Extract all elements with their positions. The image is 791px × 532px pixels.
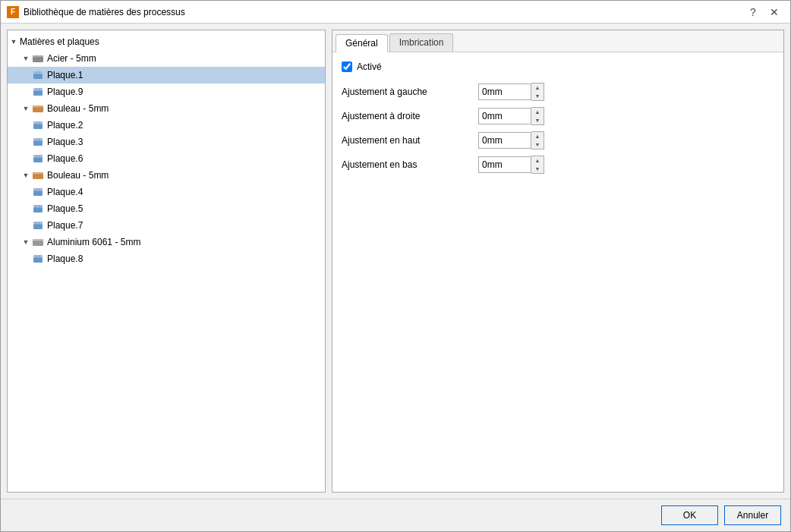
window-title: Bibliothèque de matières des processus	[24, 7, 743, 17]
svg-rect-45	[33, 222, 43, 225]
group3-label: Bouleau - 5mm	[47, 170, 109, 181]
field-row-gauche: Ajustement à gauche ▲ ▼	[342, 83, 774, 101]
input-gauche[interactable]	[478, 83, 531, 100]
svg-rect-40	[33, 205, 43, 208]
ok-button[interactable]: OK	[661, 505, 718, 525]
plaque-icon-9	[32, 86, 44, 98]
spinner-down-bas[interactable]: ▼	[531, 165, 544, 173]
field-row-bas: Ajustement en bas ▲ ▼	[342, 156, 774, 174]
svg-rect-1	[33, 55, 43, 58]
plaque8-label: Plaque.8	[47, 253, 83, 264]
tree-item-plaque5[interactable]: Plaque.5	[8, 200, 325, 217]
active-checkbox[interactable]	[342, 61, 352, 72]
material-icon-3	[32, 169, 44, 181]
plaque3-label: Plaque.3	[47, 137, 83, 147]
plaque-icon	[32, 69, 44, 81]
spinner-down-droite[interactable]: ▼	[531, 116, 544, 124]
plaque5-label: Plaque.5	[47, 203, 83, 214]
tree-item-plaque6[interactable]: Plaque.6	[8, 150, 325, 167]
spinner-up-haut[interactable]: ▲	[531, 132, 544, 140]
spinner-haut: ▲ ▼	[478, 131, 544, 150]
tabs-bar: Général Imbrication	[332, 30, 783, 52]
plaque-icon-3	[32, 136, 44, 148]
svg-rect-32	[33, 172, 43, 175]
tree-group-acier[interactable]: ▼ Acier - 5mm	[8, 50, 325, 67]
plaque-icon-4	[32, 186, 44, 198]
svg-rect-50	[33, 239, 43, 241]
spinner-buttons-haut: ▲ ▼	[531, 131, 544, 150]
app-icon: F	[7, 6, 19, 18]
svg-rect-53	[33, 255, 43, 258]
svg-rect-4	[33, 71, 43, 74]
cancel-button[interactable]: Annuler	[724, 505, 781, 525]
svg-rect-22	[33, 138, 43, 141]
root-label: Matières et plaques	[20, 36, 99, 47]
input-bas[interactable]	[478, 156, 531, 173]
svg-rect-9	[33, 88, 43, 91]
tree-item-plaque8[interactable]: Plaque.8	[8, 250, 325, 267]
spinner-up-gauche[interactable]: ▲	[531, 83, 544, 92]
active-row: Activé	[342, 61, 774, 72]
svg-rect-17	[33, 121, 43, 124]
plaque1-label: Plaque.1	[47, 70, 83, 80]
title-bar: F Bibliothèque de matières des processus…	[1, 1, 790, 24]
help-button[interactable]: ?	[743, 4, 763, 20]
input-haut[interactable]	[478, 132, 531, 149]
tree-group-bouleau2[interactable]: ▼ Bouleau - 5mm	[8, 167, 325, 184]
footer: OK Annuler	[1, 499, 790, 531]
group2-label: Bouleau - 5mm	[47, 103, 109, 114]
tree-item-plaque2[interactable]: Plaque.2	[8, 117, 325, 134]
tree-group-aluminium[interactable]: ▼ Aluminium 6061 - 5mm	[8, 234, 325, 250]
spinner-up-bas[interactable]: ▲	[531, 156, 544, 165]
input-droite[interactable]	[478, 108, 531, 124]
plaque-icon-6	[32, 153, 44, 165]
spinner-down-haut[interactable]: ▼	[531, 140, 544, 149]
plaque2-label: Plaque.2	[47, 120, 83, 131]
tree-item-plaque9[interactable]: Plaque.9	[8, 83, 325, 100]
close-button[interactable]: ✕	[764, 4, 784, 20]
tree-item-plaque7[interactable]: Plaque.7	[8, 217, 325, 234]
tab-imbrication[interactable]: Imbrication	[389, 33, 454, 52]
spinner-gauche: ▲ ▼	[478, 83, 544, 101]
plaque9-label: Plaque.9	[47, 87, 83, 97]
label-droite: Ajustement à droite	[342, 111, 478, 121]
plaque7-label: Plaque.7	[47, 220, 83, 231]
spinner-buttons-bas: ▲ ▼	[531, 156, 544, 174]
main-window: F Bibliothèque de matières des processus…	[0, 0, 791, 532]
plaque6-label: Plaque.6	[47, 153, 83, 164]
plaque-icon-7	[32, 219, 44, 231]
label-gauche: Ajustement à gauche	[342, 87, 478, 97]
spinner-bas: ▲ ▼	[478, 156, 544, 174]
tree-panel: ▼ Matières et plaques ▼ Acier - 5mm	[7, 30, 326, 493]
group2-toggle[interactable]: ▼	[20, 102, 32, 115]
tree-item-plaque3[interactable]: Plaque.3	[8, 134, 325, 150]
main-content: ▼ Matières et plaques ▼ Acier - 5mm	[1, 24, 790, 499]
material-icon-4	[32, 236, 44, 248]
field-row-droite: Ajustement à droite ▲ ▼	[342, 107, 774, 125]
group1-toggle[interactable]: ▼	[20, 52, 32, 65]
label-bas: Ajustement en bas	[342, 159, 478, 170]
tree-root[interactable]: ▼ Matières et plaques	[8, 33, 325, 50]
active-label[interactable]: Activé	[357, 61, 382, 72]
tree-item-plaque1[interactable]: Plaque.1	[8, 67, 325, 83]
group4-toggle[interactable]: ▼	[20, 236, 32, 248]
spinner-down-gauche[interactable]: ▼	[531, 92, 544, 100]
tab-general[interactable]: Général	[336, 34, 388, 52]
plaque4-label: Plaque.4	[47, 187, 83, 197]
tree-item-plaque4[interactable]: Plaque.4	[8, 184, 325, 200]
spinner-buttons-droite: ▲ ▼	[531, 107, 544, 125]
material-icon-2	[32, 102, 44, 115]
group4-label: Aluminium 6061 - 5mm	[47, 237, 140, 247]
root-toggle[interactable]: ▼	[8, 36, 20, 48]
spinner-droite: ▲ ▼	[478, 107, 544, 125]
svg-rect-27	[33, 155, 43, 158]
plaque-icon-5	[32, 203, 44, 215]
plaque-icon-2	[32, 119, 44, 131]
group1-label: Acier - 5mm	[47, 53, 96, 64]
tree-group-bouleau1[interactable]: ▼ Bouleau - 5mm	[8, 100, 325, 117]
material-icon	[32, 52, 44, 65]
spinner-up-droite[interactable]: ▲	[531, 108, 544, 116]
tab-general-content: Activé Ajustement à gauche ▲ ▼ Ajustemen…	[332, 52, 783, 492]
right-panel: Général Imbrication Activé Ajustement à …	[332, 30, 784, 493]
group3-toggle[interactable]: ▼	[20, 169, 32, 181]
